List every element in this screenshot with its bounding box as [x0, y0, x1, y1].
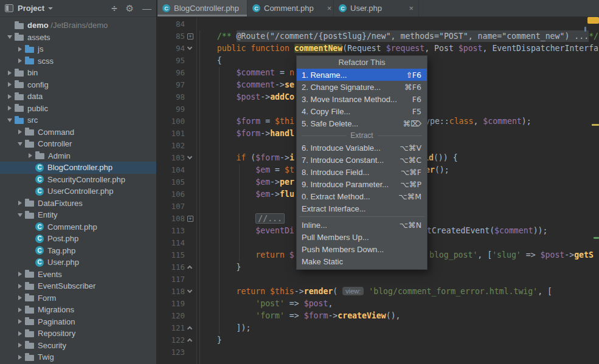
tree-item-controller[interactable]: Controller: [0, 138, 156, 150]
chevron-down-icon[interactable]: [15, 213, 25, 217]
menu-item-1-rename[interactable]: 1. Rename...⇧F6: [297, 69, 427, 81]
menu-item-7-introduce-constant[interactable]: 7. Introduce Constant...⌥⌘C: [297, 154, 427, 166]
chevron-right-icon[interactable]: [15, 201, 25, 205]
tree-item-migrations[interactable]: Migrations: [0, 304, 156, 316]
gear-icon[interactable]: ⚙: [126, 4, 134, 13]
tree-item-security[interactable]: Security: [0, 340, 156, 352]
tree-item-command[interactable]: Command: [0, 126, 156, 139]
menu-item-5-safe-delete[interactable]: 5. Safe Delete...⌘⌦: [297, 117, 427, 129]
tree-item-user-php[interactable]: CUser.php: [0, 256, 156, 269]
chevron-right-icon[interactable]: [5, 70, 15, 75]
tab-blogcontroller-php[interactable]: CBlogController.php×: [158, 0, 248, 16]
tree-item-assets[interactable]: assets: [0, 32, 156, 44]
close-icon[interactable]: ×: [314, 4, 332, 13]
code-token: $form: [237, 117, 261, 126]
chevron-right-icon[interactable]: [26, 153, 35, 158]
fold-icon[interactable]: [187, 338, 192, 343]
code-line-85[interactable]: /** @Route("/comment/{postSlug}/new", me…: [198, 30, 599, 43]
tree-item-public[interactable]: public: [0, 103, 156, 115]
code-line-121[interactable]: ]);: [198, 322, 599, 334]
tree-item-tag-php[interactable]: CTag.php: [0, 245, 156, 257]
code-line-123[interactable]: [198, 346, 599, 359]
tree-item-comment-php[interactable]: CComment.php: [0, 221, 156, 233]
chevron-down-icon[interactable]: [5, 118, 15, 122]
tree-item-form[interactable]: Form: [0, 292, 156, 304]
menu-item-8-introduce-field[interactable]: 8. Introduce Field...⌥⌘F: [297, 166, 427, 178]
tree-item-demo[interactable]: demo /JetBrains/demo: [0, 19, 156, 32]
chevron-right-icon[interactable]: [15, 295, 25, 300]
menu-item-0-extract-method[interactable]: 0. Extract Method...⌥⌘M: [297, 190, 427, 202]
chevron-right-icon[interactable]: [5, 94, 15, 99]
php-class-icon: C: [35, 222, 44, 231]
menu-item-9-introduce-parameter[interactable]: 9. Introduce Parameter...⌥⌘P: [297, 178, 427, 190]
tree-item-js[interactable]: js: [0, 43, 156, 55]
fold-icon[interactable]: [187, 45, 192, 50]
chevron-right-icon[interactable]: [5, 106, 15, 111]
chevron-right-icon[interactable]: [15, 129, 25, 134]
tree-item-pagination[interactable]: Pagination: [0, 316, 156, 328]
menu-item-2-change-signature[interactable]: 2. Change Signature...⌘F6: [297, 81, 427, 93]
fold-icon[interactable]: [187, 266, 192, 270]
chevron-right-icon[interactable]: [15, 307, 25, 312]
menu-item-4-copy-file[interactable]: 4. Copy File...F5: [297, 105, 427, 117]
tree-item-bin[interactable]: bin: [0, 67, 156, 79]
chevron-down-icon[interactable]: [48, 7, 53, 10]
minimize-icon[interactable]: —: [142, 4, 151, 13]
menu-item-extract-interface[interactable]: Extract Interface...: [297, 202, 427, 215]
tree-item-blogcontroller-php[interactable]: CBlogController.php: [0, 162, 156, 174]
fold-icon[interactable]: [187, 326, 192, 331]
chevron-right-icon[interactable]: [15, 331, 25, 336]
tree-item-usercontroller-php[interactable]: CUserController.php: [0, 185, 156, 197]
code-line-119[interactable]: 'post' => $post,: [198, 298, 599, 310]
tree-item-scss[interactable]: scss: [0, 55, 156, 67]
tree-item-entity[interactable]: Entity: [0, 209, 156, 221]
tab-comment-php[interactable]: CComment.php×: [248, 0, 334, 16]
code-line-84[interactable]: [198, 18, 599, 30]
folder-icon: [25, 213, 34, 219]
tree-item-securitycontroller-php[interactable]: CSecurityController.php: [0, 174, 156, 186]
project-panel-title[interactable]: Project: [18, 4, 44, 13]
tree-item-events[interactable]: Events: [0, 269, 156, 281]
fold-icon[interactable]: [187, 154, 192, 159]
code-line-94[interactable]: public function commentNew(Request $requ…: [198, 43, 599, 55]
code-line-117[interactable]: [198, 273, 599, 286]
menu-item-make-static[interactable]: Make Static: [297, 255, 427, 267]
menu-item-push-members-down[interactable]: Push Members Down...: [297, 243, 427, 255]
tree-item-datafixtures[interactable]: DataFixtures: [0, 197, 156, 210]
chevron-down-icon[interactable]: [5, 35, 15, 39]
menu-item-3-move-instance-method[interactable]: 3. Move Instance Method...F6: [297, 93, 427, 105]
divider-icon[interactable]: ÷: [111, 3, 117, 13]
menu-item-pull-members-up[interactable]: Pull Members Up...: [297, 231, 427, 243]
tree-item-src[interactable]: src: [0, 114, 156, 126]
code-line-122[interactable]: }: [198, 334, 599, 346]
menu-item-inline[interactable]: Inline...⌥⌘N: [297, 219, 427, 231]
tree-item-data[interactable]: data: [0, 91, 156, 103]
chevron-right-icon[interactable]: [15, 319, 25, 324]
chevron-right-icon[interactable]: [15, 284, 25, 289]
code-line-118[interactable]: return $this->render( view: 'blog/commen…: [198, 286, 599, 298]
close-icon[interactable]: ×: [395, 4, 414, 13]
tree-item-post-php[interactable]: CPost.php: [0, 233, 156, 245]
chevron-right-icon[interactable]: [15, 47, 25, 52]
tree-item-twig[interactable]: Twig: [0, 351, 156, 363]
chevron-right-icon[interactable]: [15, 272, 25, 276]
tree-item-admin[interactable]: Admin: [0, 150, 156, 162]
inspections-widget[interactable]: [587, 17, 599, 24]
tree-item-config[interactable]: config: [0, 79, 156, 91]
tree-item-repository[interactable]: Repository: [0, 328, 156, 340]
fold-icon[interactable]: +: [187, 216, 193, 222]
chevron-right-icon[interactable]: [5, 82, 15, 87]
tree-item-eventsubscriber[interactable]: EventSubscriber: [0, 280, 156, 292]
chevron-right-icon[interactable]: [15, 58, 25, 63]
fold-icon[interactable]: [187, 288, 192, 293]
tab-user-php[interactable]: CUser.php×: [334, 0, 419, 16]
chevron-right-icon[interactable]: [15, 355, 25, 360]
code-token: ->: [270, 190, 280, 199]
fold-icon[interactable]: +: [187, 33, 193, 39]
chevron-down-icon[interactable]: [15, 142, 25, 146]
code-line-120[interactable]: 'form' => $form->createView(),: [198, 310, 599, 322]
menu-item-6-introduce-variable[interactable]: 6. Introduce Variable...⌥⌘V: [297, 142, 427, 154]
code-token: {: [217, 56, 222, 65]
chevron-right-icon[interactable]: [15, 343, 25, 348]
folder-icon: [15, 70, 24, 77]
